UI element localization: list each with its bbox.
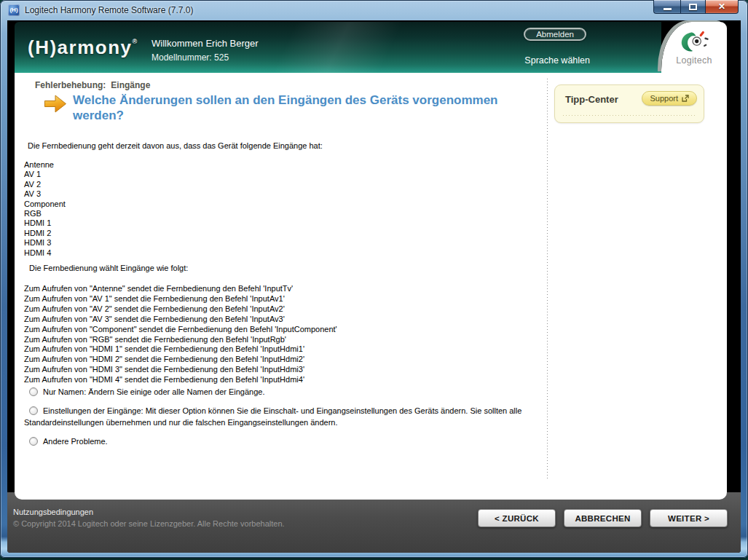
wizard-buttons: < ZURÜCK ABBRECHEN WEITER > bbox=[478, 509, 728, 527]
breadcrumb: Fehlerbehebung:Eingänge bbox=[35, 80, 150, 90]
logitech-wordmark: Logitech bbox=[676, 55, 712, 66]
close-button[interactable]: ✕ bbox=[706, 0, 739, 14]
input-item: AV 1 bbox=[24, 170, 66, 179]
page-title: Welche Änderungen sollen an den Eingänge… bbox=[73, 92, 521, 123]
command-line: Zum Aufrufen von "RGB" sendet die Fernbe… bbox=[24, 335, 337, 345]
input-item: HDMI 2 bbox=[24, 229, 66, 238]
window-title: Logitech Harmony Remote Software (7.7.0) bbox=[25, 5, 193, 15]
command-line: Zum Aufrufen von "HDMI 3" sendet die Fer… bbox=[24, 365, 337, 375]
tip-divider bbox=[563, 115, 696, 116]
tip-center-title: Tipp-Center bbox=[565, 94, 618, 105]
command-line: Zum Aufrufen von "AV 1" sendet die Fernb… bbox=[24, 294, 337, 304]
terms-link[interactable]: Nutzungsbedingungen bbox=[13, 508, 93, 516]
intro-text: Die Fernbedienung geht derzeit davon aus… bbox=[28, 141, 323, 150]
back-button[interactable]: < ZURÜCK bbox=[478, 509, 556, 527]
vertical-divider bbox=[547, 79, 548, 479]
command-line: Zum Aufrufen von "HDMI 2" sendet die Fer… bbox=[24, 355, 337, 365]
command-line: Zum Aufrufen von "AV 2" sendet die Fernb… bbox=[24, 304, 337, 315]
input-item: RGB bbox=[24, 209, 66, 218]
window-controls: ✕ bbox=[653, 0, 739, 14]
input-item: HDMI 3 bbox=[24, 238, 66, 248]
maximize-icon bbox=[689, 4, 697, 10]
radio-button[interactable] bbox=[29, 387, 38, 396]
model-number: Modellnummer: 525 bbox=[151, 52, 229, 63]
radio-button[interactable] bbox=[29, 406, 38, 415]
support-button[interactable]: Support bbox=[642, 91, 697, 106]
selects-intro-text: Die Fernbedienung wählt Eingänge wie fol… bbox=[29, 264, 188, 272]
welcome-text: Willkommen Erich Berger bbox=[151, 38, 259, 49]
main-content: Fehlerbehebung:Eingänge Welche Änderunge… bbox=[15, 73, 727, 500]
option-input-settings[interactable]: Einstellungen der Eingänge: Mit dieser O… bbox=[24, 405, 538, 429]
input-item: AV 3 bbox=[24, 189, 66, 199]
command-line: Zum Aufrufen von "HDMI 1" sendet die Fer… bbox=[24, 344, 337, 355]
language-select-link[interactable]: Sprache wählen bbox=[524, 55, 590, 66]
footer-bar: Nutzungsbedingungen © Copyright 2014 Log… bbox=[7, 492, 741, 553]
command-line: Zum Aufrufen von "Component" sendet die … bbox=[24, 325, 337, 335]
input-item: HDMI 1 bbox=[24, 218, 66, 228]
next-button[interactable]: WEITER > bbox=[650, 509, 728, 527]
command-line: Zum Aufrufen von "Antenne" sendet die Fe… bbox=[24, 284, 337, 294]
header-banner: (H)armony® Willkommen Erich Berger Model… bbox=[15, 22, 661, 73]
logitech-logo-icon bbox=[677, 30, 711, 55]
app-header: (H)armony® Willkommen Erich Berger Model… bbox=[15, 22, 727, 73]
minimize-icon bbox=[664, 8, 672, 10]
input-item: HDMI 4 bbox=[24, 248, 66, 258]
input-item: AV 2 bbox=[24, 180, 66, 189]
title-bar[interactable]: (H) Logitech Harmony Remote Software (7.… bbox=[0, 0, 748, 20]
command-list: Zum Aufrufen von "Antenne" sendet die Fe… bbox=[24, 284, 337, 385]
input-item: Antenne bbox=[24, 160, 66, 170]
radio-button[interactable] bbox=[29, 437, 38, 446]
input-list: Antenne AV 1 AV 2 AV 3 Component RGB HDM… bbox=[24, 160, 66, 258]
minimize-button[interactable] bbox=[653, 0, 680, 14]
input-item: Component bbox=[24, 200, 66, 209]
external-link-icon bbox=[682, 95, 689, 102]
option-other-problems[interactable]: Andere Probleme. bbox=[24, 435, 538, 448]
cancel-button[interactable]: ABBRECHEN bbox=[564, 509, 642, 527]
option-group: Nur Namen: Ändern Sie einige oder alle N… bbox=[24, 386, 538, 454]
breadcrumb-page: Eingänge bbox=[111, 80, 150, 90]
client-area: (H)armony® Willkommen Erich Berger Model… bbox=[7, 20, 741, 553]
tip-center-panel: Tipp-Center Support bbox=[554, 84, 704, 123]
breadcrumb-section: Fehlerbehebung: bbox=[35, 80, 106, 90]
command-line: Zum Aufrufen von "AV 3" sendet die Fernb… bbox=[24, 315, 337, 325]
option-rename-inputs[interactable]: Nur Namen: Ändern Sie einige oder alle N… bbox=[24, 386, 538, 398]
question-arrow-icon bbox=[44, 94, 67, 114]
close-icon: ✕ bbox=[718, 2, 725, 11]
app-window: (H) Logitech Harmony Remote Software (7.… bbox=[0, 0, 748, 558]
copyright-text: © Copyright 2014 Logitech oder seine Liz… bbox=[13, 519, 285, 528]
command-line: Zum Aufrufen von "HDMI 4" sendet die Fer… bbox=[24, 375, 337, 385]
maximize-button[interactable] bbox=[680, 0, 706, 14]
harmony-logo: (H)armony® bbox=[28, 36, 137, 59]
logout-button[interactable]: Abmelden bbox=[524, 28, 586, 41]
app-icon: (H) bbox=[8, 4, 20, 16]
logitech-logo-panel: Logitech bbox=[661, 22, 727, 73]
